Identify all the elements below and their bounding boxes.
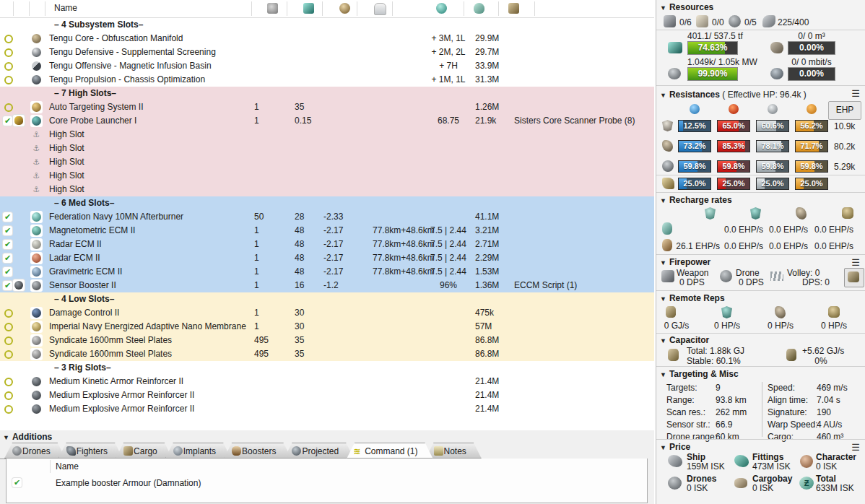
- tab-boosters[interactable]: Boosters: [224, 443, 291, 459]
- fitting-row-nano-membrane[interactable]: Imperial Navy Energized Adaptive Nano Me…: [0, 320, 654, 334]
- fitting-row-tengu-offensive[interactable]: Tengu Offensive - Magnetic Infusion Basi…: [0, 59, 654, 73]
- fitting-row-afterburner[interactable]: ✔ Federation Navy 10MN Afterburner 50 28…: [0, 210, 654, 224]
- online-state-icon[interactable]: [4, 309, 13, 318]
- online-state-icon[interactable]: [4, 35, 13, 43]
- fitting-row-steel-plates[interactable]: Syndicate 1600mm Steel Plates 495 35 86.…: [0, 347, 654, 361]
- loaded-script-icon[interactable]: [13, 279, 25, 291]
- calibration-icon: [762, 15, 775, 27]
- fitting-row-steel-plates[interactable]: Syndicate 1600mm Steel Plates 495 35 86.…: [0, 334, 654, 347]
- command-booster-name: Example booster Armour (Damnation): [56, 478, 201, 488]
- tab-drones[interactable]: Drones: [4, 443, 66, 459]
- active-state-icon[interactable]: ✔: [3, 212, 12, 222]
- fitting-row-empty-high-slot[interactable]: ⚓High Slot: [0, 128, 654, 142]
- tab-command[interactable]: ≋Command (1): [347, 443, 432, 459]
- fitting-row-damage-control[interactable]: Damage Control II 1 30 475k: [0, 306, 654, 320]
- additions-name-column-header[interactable]: Name: [56, 461, 79, 472]
- fitting-row-ladar-ecm[interactable]: ✔ Ladar ECM II 1 48 -2.17 77.8km+48.6km …: [0, 251, 654, 265]
- active-state-icon[interactable]: ✔: [3, 281, 12, 290]
- resistances-menu-icon[interactable]: ☰: [851, 88, 860, 99]
- price-header: ▼Price: [660, 442, 690, 452]
- implants-tab-icon: [173, 446, 183, 456]
- fitting-row-kinetic-rig[interactable]: Medium Kinetic Armor Reinforcer II 21.4M: [0, 375, 654, 388]
- cpu-column-icon[interactable]: [303, 3, 314, 14]
- collapse-arrow-icon[interactable]: ▼: [660, 337, 666, 344]
- online-state-icon[interactable]: [4, 350, 13, 359]
- range-column-icon[interactable]: [374, 3, 386, 15]
- fitting-row-sensor-booster[interactable]: ✔ Sensor Booster II 1 16 -1.2 96% 1.36M …: [0, 279, 654, 292]
- collapse-arrow-icon[interactable]: ▼: [660, 4, 666, 12]
- online-state-icon[interactable]: [4, 62, 13, 71]
- online-state-icon[interactable]: [4, 336, 13, 345]
- active-state-icon[interactable]: ✔: [3, 240, 12, 249]
- online-state-icon[interactable]: [4, 323, 13, 331]
- command-booster-row[interactable]: ✔ Example booster Armour (Damnation): [6, 476, 647, 490]
- range-value: 93.8 km: [716, 395, 747, 405]
- shield-kinetic-resist-bar: 60.6%: [756, 120, 789, 132]
- total-dps-value: DPS: 0: [792, 277, 830, 287]
- fitting-row-explosive-rig[interactable]: Medium Explosive Armor Reinforcer II 21.…: [0, 388, 654, 402]
- tab-notes[interactable]: Notes: [426, 443, 482, 459]
- fitting-row-auto-targeting[interactable]: Auto Targeting System II 1 35 1.26M: [0, 100, 654, 114]
- tab-projected[interactable]: Projected: [284, 443, 354, 459]
- capacitor-recharge-icon: [786, 349, 796, 361]
- active-state-icon[interactable]: ✔: [3, 253, 12, 263]
- active-state-icon[interactable]: ✔: [3, 116, 12, 126]
- sensor-booster-icon: [30, 279, 43, 292]
- ehp-toggle-button[interactable]: EHP: [828, 101, 861, 120]
- drones-price-value: 0 ISK: [687, 483, 708, 493]
- online-state-icon[interactable]: [4, 391, 13, 400]
- fitting-row-empty-high-slot[interactable]: ⚓High Slot: [0, 169, 654, 183]
- fitting-row-core-probe-launcher[interactable]: ✔ Core Probe Launcher I 1 0.15 68.75 21.…: [0, 114, 654, 128]
- strength-column-icon[interactable]: [436, 3, 447, 14]
- additions-header: ▼Additions: [3, 432, 52, 442]
- active-state-icon[interactable]: ✔: [3, 267, 12, 277]
- collapse-arrow-icon[interactable]: ▼: [660, 92, 666, 99]
- command-tab-content: Name ✔ Example booster Armour (Damnation…: [6, 459, 648, 503]
- online-state-icon[interactable]: [4, 48, 13, 57]
- tab-fighters[interactable]: Fighters: [58, 443, 123, 459]
- ecm-radar-icon: [30, 238, 43, 251]
- damage-pattern-thermal-bar: 25.0%: [717, 178, 750, 190]
- active-state-icon[interactable]: ✔: [3, 226, 12, 235]
- collapse-arrow-icon[interactable]: ▼: [660, 371, 666, 378]
- fitting-row-tengu-core[interactable]: Tengu Core - Obfuscation Manifold + 3M, …: [0, 32, 654, 45]
- loaded-charge-icon[interactable]: [13, 115, 25, 126]
- price-menu-icon[interactable]: ☰: [851, 442, 860, 453]
- armor-rig-icon: [30, 403, 43, 415]
- online-state-icon[interactable]: [4, 378, 13, 386]
- fitting-row-tengu-defensive[interactable]: Tengu Defensive - Supplemental Screening…: [0, 45, 654, 59]
- cargo-column-icon[interactable]: [508, 3, 519, 14]
- quantity-column-icon[interactable]: [267, 3, 278, 14]
- capacitor-use-column-icon[interactable]: [339, 3, 350, 14]
- fitting-row-empty-high-slot[interactable]: ⚓High Slot: [0, 142, 654, 155]
- active-state-icon[interactable]: ✔: [12, 478, 22, 487]
- collapse-arrow-icon[interactable]: ▼: [660, 259, 666, 266]
- firepower-graph-button[interactable]: [844, 268, 864, 287]
- ecm-magnetometric-icon: [30, 225, 43, 237]
- empty-slot-icon: ⚓: [30, 170, 43, 182]
- fitting-row-empty-high-slot[interactable]: ⚓High Slot: [0, 155, 654, 169]
- fitting-row-gravimetric-ecm[interactable]: ✔ Gravimetric ECM II 1 48 -2.17 77.8km+4…: [0, 265, 654, 279]
- collapse-arrow-icon[interactable]: ▼: [660, 444, 666, 451]
- tab-cargo[interactable]: Cargo: [116, 443, 173, 459]
- fitting-row-explosive-rig[interactable]: Medium Explosive Armor Reinforcer II 21.…: [0, 402, 654, 416]
- price-column-icon[interactable]: [474, 3, 484, 14]
- fitting-row-tengu-propulsion[interactable]: Tengu Propulsion - Chassis Optimization …: [0, 73, 654, 87]
- targeting-misc-header: ▼Targeting & Misc: [660, 369, 739, 379]
- fitting-row-radar-ecm[interactable]: ✔ Radar ECM II 1 48 -2.17 77.8km+48.6km …: [0, 238, 654, 251]
- launcher-hardpoints-value: 0/0: [712, 17, 724, 27]
- empty-slot-icon: ⚓: [30, 142, 43, 155]
- tab-implants[interactable]: Implants: [165, 443, 231, 459]
- online-state-icon[interactable]: [4, 405, 13, 414]
- fighters-tab-icon: [66, 446, 76, 456]
- collapse-arrow-icon[interactable]: ▼: [660, 295, 666, 303]
- collapse-arrow-icon[interactable]: ▼: [660, 197, 666, 204]
- drone-dps-icon: [720, 270, 732, 282]
- online-state-icon[interactable]: [4, 76, 13, 84]
- fitting-row-empty-high-slot[interactable]: ⚓High Slot: [0, 183, 654, 196]
- fitting-row-magnetometric-ecm[interactable]: ✔ Magnetometric ECM II 1 48 -2.17 77.8km…: [0, 224, 654, 238]
- name-column-header[interactable]: Name: [54, 3, 77, 13]
- firepower-menu-icon[interactable]: ☰: [851, 257, 860, 268]
- online-state-icon[interactable]: [4, 103, 13, 112]
- collapse-arrow-icon[interactable]: ▼: [3, 434, 9, 441]
